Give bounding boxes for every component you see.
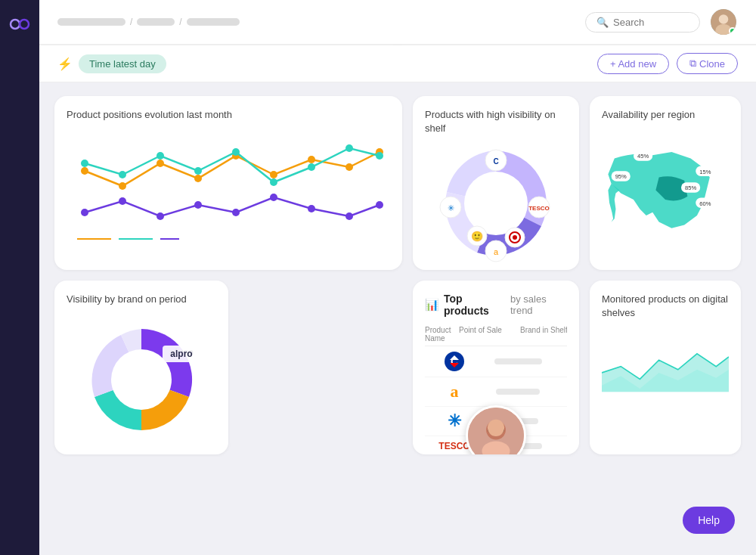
brand-shelf-cell (484, 389, 552, 395)
svg-point-34 (308, 205, 315, 212)
table-row: C (425, 346, 567, 377)
svg-point-24 (270, 178, 277, 186)
card-positions-title: Product positions evolution last month (67, 108, 390, 122)
clone-button[interactable]: ⧉ Clone (677, 53, 738, 74)
svg-text:alpro: alpro (170, 349, 192, 359)
svg-point-10 (81, 167, 88, 175)
svg-point-8 (719, 14, 729, 24)
card-high-visibility: Products with high visibility on shelf (413, 96, 579, 270)
clone-icon: ⧉ (689, 57, 696, 70)
svg-point-31 (194, 201, 202, 209)
breadcrumb-seg-2 (137, 18, 175, 26)
svg-text:a: a (494, 247, 499, 256)
brand-donut-chart: alpro alpro (67, 314, 216, 446)
search-icon: 🔍 (596, 17, 609, 28)
svg-text:15%: 15% (699, 169, 711, 175)
top-products-subtitle: by sales trend (510, 293, 567, 316)
card-availability: Availability per region 45% 15% 95% (590, 96, 741, 270)
toolbar: ⚡ Time latest day + Add new ⧉ Clone (39, 45, 756, 82)
svg-text:🙂: 🙂 (471, 230, 484, 243)
sidebar (0, 0, 39, 555)
position-cell (555, 418, 567, 424)
position-cell (555, 443, 567, 449)
toolbar-right: + Add new ⧉ Clone (597, 53, 738, 74)
toolbar-left: ⚡ Time latest day (57, 54, 166, 73)
svg-point-77 (488, 420, 504, 436)
monitored-area-chart (602, 327, 729, 418)
chart-icon: 📊 (425, 298, 439, 312)
main-content: / / 🔍 (39, 0, 756, 555)
help-button[interactable]: Help (683, 507, 735, 534)
card-top-products: 📊 Top products by sales trend Product Na… (413, 281, 579, 454)
svg-point-15 (270, 171, 277, 178)
svg-point-32 (232, 209, 240, 216)
svg-point-23 (232, 148, 240, 156)
position-cell (555, 389, 567, 395)
svg-point-20 (119, 171, 126, 178)
svg-text:✳: ✳ (448, 203, 454, 212)
search-input[interactable] (613, 17, 689, 28)
card-availability-title: Availability per region (602, 108, 729, 122)
svg-text:60%: 60% (699, 200, 711, 207)
svg-point-11 (119, 182, 126, 190)
svg-point-30 (156, 212, 164, 220)
svg-point-41 (464, 172, 528, 235)
svg-point-19 (81, 160, 88, 167)
availability-map: 45% 15% 95% 85% 60% (602, 129, 729, 254)
svg-point-12 (156, 160, 164, 167)
svg-point-27 (376, 152, 383, 160)
svg-text:85%: 85% (685, 185, 696, 192)
breadcrumb-seg-1 (57, 18, 125, 26)
header: / / 🔍 (39, 0, 756, 45)
svg-point-22 (194, 167, 202, 175)
svg-point-52 (513, 235, 517, 240)
card-monitored-products: Monitored products on digital shelves (590, 281, 741, 454)
header-right: 🔍 (585, 8, 738, 36)
card-visibility-title: Products with high visibility on shelf (425, 108, 567, 135)
svg-point-29 (119, 197, 126, 205)
user-avatar[interactable] (709, 8, 738, 36)
svg-point-21 (156, 152, 164, 160)
retailer-carrefour: C (428, 351, 481, 372)
brand-shelf-cell (484, 358, 552, 364)
col-product-name: Product Name (425, 326, 451, 343)
card-product-positions: Product positions evolution last month (54, 96, 402, 270)
online-status (729, 27, 736, 35)
visibility-donut: C ✳ a TESCO 🙂 (425, 143, 567, 264)
search-bar[interactable]: 🔍 (585, 12, 700, 33)
svg-point-1 (20, 20, 29, 29)
retailer-amazon: a (428, 382, 481, 402)
card-brand-visibility: Visibility by brand on period alpro alpr… (54, 281, 228, 454)
svg-point-35 (345, 212, 353, 220)
add-new-button[interactable]: + Add new (597, 54, 669, 74)
svg-text:95%: 95% (615, 173, 627, 180)
svg-point-33 (270, 194, 277, 201)
table-header: Product Name Point of Sale Brand in Shel… (425, 323, 567, 346)
table-row: a (425, 377, 567, 407)
svg-point-13 (194, 175, 202, 182)
dashboard: Product positions evolution last month (39, 82, 756, 555)
clone-label: Clone (699, 58, 725, 70)
breadcrumb: / / (57, 17, 240, 27)
svg-point-36 (376, 201, 383, 209)
col-pos: Point of Sale (454, 326, 507, 343)
breadcrumb-seg-3 (187, 18, 240, 26)
top-products-title: Top products (444, 293, 506, 317)
positions-chart (67, 129, 390, 250)
svg-point-28 (81, 209, 88, 216)
svg-text:45%: 45% (637, 153, 649, 160)
svg-text:TESCO: TESCO (528, 205, 550, 212)
svg-point-17 (345, 163, 353, 171)
filter-icon[interactable]: ⚡ (57, 57, 73, 71)
header-wrapper: / / 🔍 (39, 0, 756, 45)
svg-point-0 (11, 20, 20, 29)
svg-text:C: C (493, 157, 498, 166)
position-cell (555, 358, 567, 364)
card-brand-title: Visibility by brand on period (67, 293, 216, 306)
time-filter-badge[interactable]: Time latest day (79, 54, 166, 73)
svg-point-26 (345, 144, 353, 152)
svg-point-25 (308, 163, 315, 171)
top-products-header: 📊 Top products by sales trend (425, 293, 567, 317)
sidebar-logo[interactable] (8, 12, 32, 36)
svg-point-16 (308, 156, 315, 163)
